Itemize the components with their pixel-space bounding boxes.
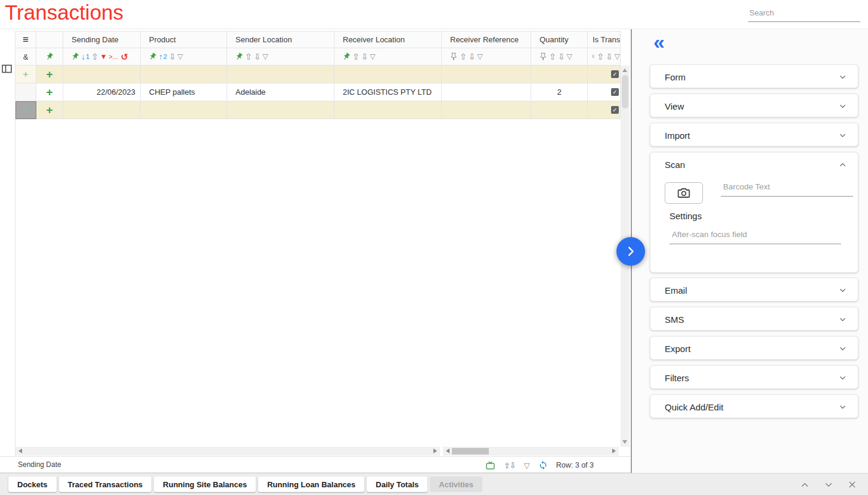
chevron-down-icon[interactable] [838, 403, 847, 412]
accordion-header-import[interactable]: Import [650, 123, 858, 147]
column-header-receiver-reference[interactable]: Receiver Reference [442, 32, 531, 48]
pin-icon[interactable] [147, 51, 158, 62]
cell-sender-location[interactable] [227, 101, 334, 119]
accordion-header-view[interactable]: View [650, 94, 858, 118]
column-header-is-transfer[interactable]: Is Transfer [588, 32, 621, 48]
pin-icon[interactable] [233, 51, 244, 62]
cell-product[interactable] [141, 66, 227, 83]
tab-daily-totals[interactable]: Daily Totals [367, 477, 427, 492]
search-input[interactable] [748, 7, 860, 22]
cell-receiver-location[interactable] [334, 101, 442, 119]
is-transfer-checkbox[interactable]: ✓ [611, 70, 619, 78]
scan-camera-button[interactable] [665, 182, 703, 204]
filter-operator[interactable]: & [23, 52, 29, 61]
filter-icon[interactable]: ▽ [566, 52, 572, 61]
sort-desc-icon[interactable]: ⇩ [254, 52, 261, 61]
accordion-header-quick-add-edit[interactable]: Quick Add/Edit [650, 395, 858, 419]
row-gutter-cell-selected[interactable]: + [16, 101, 36, 119]
scroll-right-arrow[interactable] [433, 449, 437, 453]
accordion-header-email[interactable]: Email [650, 278, 858, 302]
sort-desc-icon[interactable]: ⇩ [169, 52, 176, 61]
tab-running-site-balances[interactable]: Running Site Balances [154, 477, 256, 492]
after-scan-focus-input[interactable] [669, 228, 841, 244]
sort-desc-icon[interactable]: ⇩ [469, 52, 476, 61]
tab-dockets[interactable]: Dockets [8, 477, 57, 492]
chevron-down-icon[interactable] [838, 286, 847, 295]
cell-product[interactable]: CHEP pallets [141, 83, 227, 101]
clear-filter-icon[interactable]: ↺ [121, 52, 129, 61]
chevron-down-icon[interactable] [838, 102, 847, 111]
chevron-up-button[interactable] [799, 480, 810, 490]
refresh-icon[interactable] [538, 460, 548, 470]
sort-desc-icon[interactable]: ↓ [81, 52, 85, 61]
sort-asc-icon[interactable]: ⇧ [549, 52, 556, 61]
scroll-right-arrow[interactable] [612, 449, 616, 453]
vertical-scrollbar-thumb[interactable] [622, 75, 628, 108]
accordion-header-filters[interactable]: Filters [650, 366, 858, 390]
scroll-left-arrow[interactable] [446, 449, 450, 453]
is-transfer-checkbox[interactable]: ✓ [611, 106, 619, 114]
sort-asc-icon[interactable]: ↑ [159, 52, 163, 61]
row-gutter-cell[interactable]: + [16, 66, 36, 83]
close-button[interactable] [847, 480, 857, 490]
cell-receiver-location[interactable]: 2IC LOGISTICS PTY LTD [334, 83, 442, 101]
chevron-down-icon[interactable] [838, 373, 847, 382]
chevron-up-icon[interactable] [838, 160, 847, 169]
scroll-up-arrow[interactable] [622, 69, 627, 72]
pin-icon[interactable] [340, 51, 352, 62]
pin-outline-icon[interactable] [591, 52, 595, 61]
accordion-header-scan[interactable]: Scan [650, 152, 858, 176]
filter-rows-icon[interactable]: ▽ [524, 461, 530, 470]
add-row-icon[interactable]: + [23, 105, 29, 116]
column-header-quantity[interactable]: Quantity [531, 32, 588, 48]
chevron-down-icon[interactable] [838, 73, 847, 82]
row-add-cell[interactable]: + [36, 101, 63, 119]
pin-outline-icon[interactable] [539, 52, 547, 61]
sort-desc-icon[interactable]: ⇩ [606, 52, 613, 61]
filter-icon[interactable]: ▽ [178, 52, 183, 61]
column-header-receiver-location[interactable]: Receiver Location [334, 32, 442, 48]
filter-active-icon[interactable]: ▼ [100, 52, 107, 61]
row-gutter-cell[interactable] [16, 83, 36, 101]
cell-quantity[interactable] [531, 66, 588, 83]
add-row-icon[interactable]: + [46, 86, 52, 98]
column-header-sender-location[interactable]: Sender Location [227, 32, 334, 48]
cell-quantity[interactable] [531, 101, 588, 119]
sort-asc-icon[interactable]: ⇧ [352, 52, 359, 61]
cell-sending-date[interactable]: 22/06/2023 [63, 83, 141, 101]
filter-condition-text[interactable]: >… [109, 54, 118, 60]
accordion-header-sms[interactable]: SMS [650, 307, 858, 331]
tab-traced-transactions[interactable]: Traced Transactions [59, 477, 152, 492]
cell-sending-date[interactable] [63, 66, 141, 83]
tab-activities[interactable]: Activities [430, 477, 482, 492]
cell-receiver-reference[interactable] [442, 83, 531, 101]
chevron-down-icon[interactable] [838, 344, 847, 353]
column-header-product[interactable]: Product [141, 32, 227, 48]
cell-receiver-reference[interactable] [442, 66, 531, 83]
filter-icon[interactable]: ▽ [477, 52, 482, 61]
row-add-cell[interactable]: + [36, 66, 63, 83]
sort-asc-icon[interactable]: ⇧ [91, 52, 98, 61]
pin-outline-icon[interactable] [450, 52, 458, 61]
barcode-text-input[interactable] [721, 180, 853, 197]
accordion-header-form[interactable]: Form [650, 65, 858, 89]
sort-desc-icon[interactable]: ⇩ [558, 52, 565, 61]
horizontal-scrollbar-thumb[interactable] [452, 448, 489, 454]
horizontal-scrollbar-left[interactable] [16, 447, 440, 456]
filter-icon[interactable]: ▽ [615, 52, 620, 61]
is-transfer-checkbox[interactable]: ✓ [611, 88, 619, 96]
sort-asc-icon[interactable]: ⇧ [597, 52, 604, 61]
live-tv-icon[interactable] [485, 460, 495, 471]
tab-running-loan-balances[interactable]: Running Loan Balances [258, 477, 364, 492]
pin-icon[interactable] [44, 51, 55, 62]
sort-desc-icon[interactable]: ⇩ [361, 52, 368, 61]
horizontal-scrollbar-right[interactable] [443, 447, 619, 456]
chevron-down-button[interactable] [823, 480, 834, 490]
cell-product[interactable] [141, 101, 227, 119]
sort-rows-icon[interactable]: ⇧⇩ [504, 461, 516, 470]
split-view-icon[interactable] [2, 64, 12, 73]
scroll-down-arrow[interactable] [622, 440, 627, 444]
accordion-header-export[interactable]: Export [650, 337, 858, 360]
scroll-left-arrow[interactable] [18, 449, 22, 453]
sort-asc-icon[interactable]: ⇧ [460, 52, 467, 61]
